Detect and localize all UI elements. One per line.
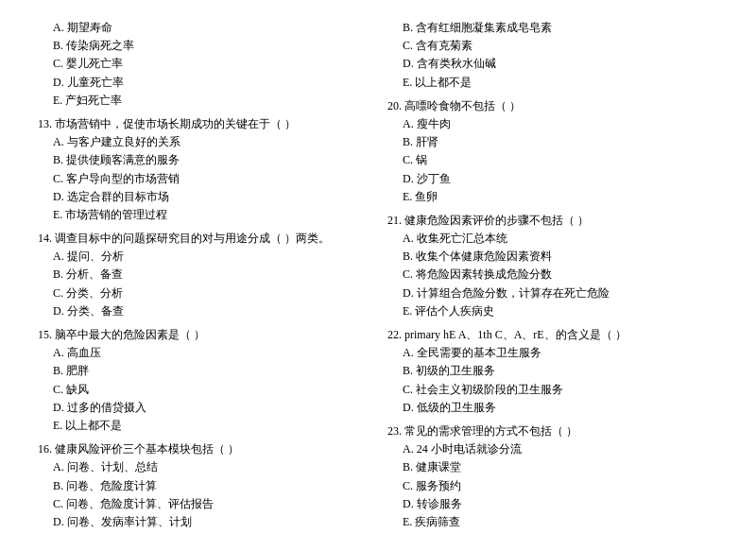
q19-optE: E. 以上都不是 [387,74,718,92]
q13-optE: E. 市场营销的管理过程 [38,206,369,224]
question-14: 14. 调查目标中的问题探研究目的对与用途分成（ ）两类。 A. 提问、分析 B… [38,230,369,320]
q20-optD: D. 沙丁鱼 [387,170,718,188]
q22-optA: A. 全民需要的基本卫生服务 [387,344,718,362]
q20-optC: C. 锅 [387,151,718,169]
question-13: 13. 市场营销中，促使市场长期成功的关键在于（ ） A. 与客户建立良好的关系… [38,115,369,224]
q16-optB: B. 问卷、危险度计算 [38,477,369,495]
q15-optD: D. 过多的借贷摄入 [38,399,369,417]
q14-optB: B. 分析、备查 [38,266,369,284]
q21-optB: B. 收集个体健康危险因素资料 [387,248,718,266]
q23-optD: D. 转诊服务 [387,495,718,513]
q19-optD: D. 含有类秋水仙碱 [387,55,718,73]
question-14-title: 14. 调查目标中的问题探研究目的对与用途分成（ ）两类。 [38,230,369,248]
q19-optB: B. 含有红细胞凝集素成皂皂素 [387,19,718,37]
q20-optA: A. 瘦牛肉 [387,115,718,133]
q14-optC: C. 分类、分析 [38,284,369,302]
q15-optE: E. 以上都不是 [38,417,369,435]
question-21-title: 21. 健康危险因素评价的步骤不包括（ ） [387,212,718,230]
q21-optE: E. 评估个人疾病史 [387,302,718,320]
q13-optB: B. 提供使顾客满意的服务 [38,151,369,169]
question-23-title: 23. 常见的需求管理的方式不包括（ ） [387,422,718,440]
question-15-title: 15. 脑卒中最大的危险因素是（ ） [38,326,369,344]
q22-optB: B. 初级的卫生服务 [387,362,718,380]
left-column: A. 期望寿命 B. 传染病死之率 C. 婴儿死亡率 D. 儿童死亡率 E. 产… [38,19,369,534]
question-13-title: 13. 市场营销中，促使市场长期成功的关键在于（ ） [38,115,369,133]
question-15: 15. 脑卒中最大的危险因素是（ ） A. 高血压 B. 肥胖 C. 缺风 D.… [38,326,369,435]
page-content: A. 期望寿命 B. 传染病死之率 C. 婴儿死亡率 D. 儿童死亡率 E. 产… [38,19,718,534]
question-20-title: 20. 高嘌呤食物不包括（ ） [387,97,718,115]
q14-optD: D. 分类、备查 [38,302,369,320]
q13-optC: C. 客户导向型的市场营销 [38,170,369,188]
q15-optB: B. 肥胖 [38,362,369,380]
q13-optA: A. 与客户建立良好的关系 [38,133,369,151]
option-A: A. 期望寿命 [38,19,369,37]
q23-optB: B. 健康课堂 [387,458,718,476]
q23-optE: E. 疾病筛查 [387,513,718,531]
question-23: 23. 常见的需求管理的方式不包括（ ） A. 24 小时电话就诊分流 B. 健… [387,422,718,531]
q20-optE: E. 鱼卵 [387,188,718,206]
question-20: 20. 高嘌呤食物不包括（ ） A. 瘦牛肉 B. 肝肾 C. 锅 D. 沙丁鱼… [387,97,718,206]
q16-optA: A. 问卷、计划、总结 [38,458,369,476]
question-22: 22. primary hE A、1th C、A、rE、的含义是（ ） A. 全… [387,326,718,417]
q13-optD: D. 选定合群的目标市场 [38,188,369,206]
option-D: D. 儿童死亡率 [38,74,369,92]
option-E: E. 产妇死亡率 [38,92,369,110]
question-21: 21. 健康危险因素评价的步骤不包括（ ） A. 收集死亡汇总本统 B. 收集个… [387,212,718,320]
question-16-title: 16. 健康风险评价三个基本模块包括（ ） [38,440,369,458]
q22-optD: D. 低级的卫生服务 [387,399,718,417]
q20-optB: B. 肝肾 [387,133,718,151]
q21-optA: A. 收集死亡汇总本统 [387,230,718,248]
question-19-continued: B. 含有红细胞凝集素成皂皂素 C. 含有克菊素 D. 含有类秋水仙碱 E. 以… [387,19,718,92]
q14-optA: A. 提问、分析 [38,248,369,266]
prev-question-continued: A. 期望寿命 B. 传染病死之率 C. 婴儿死亡率 D. 儿童死亡率 E. 产… [38,19,369,110]
q23-optA: A. 24 小时电话就诊分流 [387,440,718,458]
q15-optC: C. 缺风 [38,381,369,399]
q19-optC: C. 含有克菊素 [387,37,718,55]
right-column: B. 含有红细胞凝集素成皂皂素 C. 含有克菊素 D. 含有类秋水仙碱 E. 以… [387,19,718,534]
option-C: C. 婴儿死亡率 [38,55,369,73]
q22-optC: C. 社会主义初级阶段的卫生服务 [387,381,718,399]
q23-optC: C. 服务预约 [387,477,718,495]
q16-optD: D. 问卷、发病率计算、计划 [38,513,369,531]
option-B: B. 传染病死之率 [38,37,369,55]
question-16: 16. 健康风险评价三个基本模块包括（ ） A. 问卷、计划、总结 B. 问卷、… [38,440,369,531]
q16-optC: C. 问卷、危险度计算、评估报告 [38,495,369,513]
q15-optA: A. 高血压 [38,344,369,362]
q21-optC: C. 将危险因素转换成危险分数 [387,266,718,284]
question-22-title: 22. primary hE A、1th C、A、rE、的含义是（ ） [387,326,718,344]
q21-optD: D. 计算组合危险分数，计算存在死亡危险 [387,284,718,302]
